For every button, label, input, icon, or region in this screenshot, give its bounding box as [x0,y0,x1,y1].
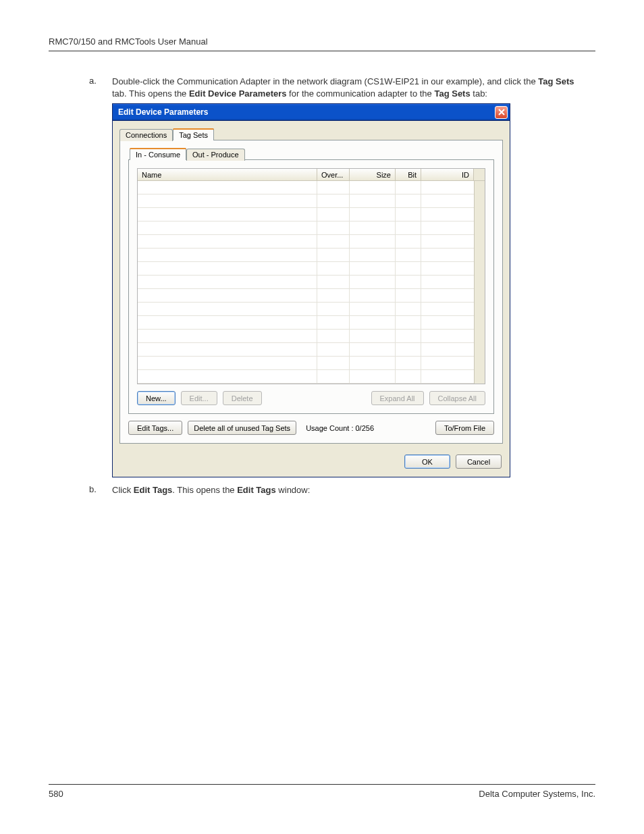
page-number: 580 [49,789,63,799]
step-a: a. Double-click the Communication Adapte… [89,76,589,99]
close-icon[interactable] [495,106,508,119]
col-size[interactable]: Size [350,169,396,180]
expand-all-button[interactable]: Expand All [371,391,424,405]
dialog-title: Edit Device Parameters [118,107,208,117]
tab-out-produce[interactable]: Out - Produce [186,149,244,161]
dialog-titlebar[interactable]: Edit Device Parameters [113,104,510,121]
table-row [138,370,474,384]
grid-vscrollbar[interactable] [474,181,485,384]
table-row [138,262,474,276]
step-a-b3: Tag Sets [434,88,470,99]
table-row [138,316,474,330]
tab-connections[interactable]: Connections [119,129,173,141]
step-a-t3: for the communication adapter to the [286,88,434,99]
table-row [138,289,474,303]
tab-in-consume[interactable]: In - Consume [130,148,186,160]
collapse-all-button[interactable]: Collapse All [429,391,485,405]
footer-rule [49,784,595,785]
col-id[interactable]: ID [421,169,474,180]
dialog-footer-buttons: OK Cancel [113,448,510,477]
step-b-b1: Edit Tags [134,485,173,495]
table-row [138,194,474,208]
in-consume-panel: Name Over... Size Bit ID [128,159,494,414]
table-row [138,343,474,357]
cancel-button[interactable]: Cancel [456,454,502,469]
edit-tags-button[interactable]: Edit Tags... [128,421,182,435]
step-a-marker: a. [89,76,112,99]
to-from-file-button[interactable]: To/From File [435,421,494,435]
page-footer: 580 Delta Computer Systems, Inc. [49,784,595,799]
step-a-text: Double-click the Communication Adapter i… [112,76,589,99]
delete-unused-button[interactable]: Delete all of unused Tag Sets [188,421,296,435]
col-scroll-corner [474,169,485,180]
tagset-grid[interactable]: Name Over... Size Bit ID [137,168,485,384]
step-b-b2: Edit Tags [237,485,276,495]
step-a-b2: Edit Device Parameters [189,88,287,99]
tag-sets-tabpanel: In - Consume Out - Produce Name Over... … [119,140,503,444]
delete-button[interactable]: Delete [223,391,262,405]
outer-tabstrip: Connections Tag Sets [119,128,503,140]
header-rule [49,51,595,51]
footer-company: Delta Computer Systems, Inc. [479,789,595,799]
step-b-marker: b. [89,484,112,496]
step-a-t4: tab: [471,88,487,99]
table-row [138,357,474,370]
step-b-t2: . This opens the [172,485,237,495]
col-name[interactable]: Name [138,169,317,180]
step-b-t3: window: [276,485,311,495]
step-a-t2: tab. This opens the [112,88,189,99]
step-b-text: Click Edit Tags. This opens the Edit Tag… [112,484,310,496]
usage-count-label: Usage Count : 0/256 [306,424,374,432]
step-a-b1: Tag Sets [538,76,574,86]
table-row [138,181,474,194]
edit-button[interactable]: Edit... [181,391,217,405]
table-row [138,221,474,235]
new-button[interactable]: New... [137,391,176,405]
step-a-t1: Double-click the Communication Adapter i… [112,76,538,86]
step-b-t1: Click [112,485,134,495]
table-row [138,235,474,249]
col-over[interactable]: Over... [317,169,350,180]
ok-button[interactable]: OK [404,454,450,469]
edit-device-parameters-dialog: Edit Device Parameters Connections Tag S… [112,103,510,477]
table-row [138,330,474,343]
inner-tabstrip: In - Consume Out - Produce [130,148,494,160]
col-bit[interactable]: Bit [396,169,421,180]
step-b: b. Click Edit Tags. This opens the Edit … [89,484,589,496]
grid-button-row: New... Edit... Delete Expand All Collaps… [137,391,485,405]
tab-tag-sets[interactable]: Tag Sets [173,128,214,140]
grid-rows [138,181,474,384]
table-row [138,249,474,262]
table-row [138,208,474,221]
grid-header: Name Over... Size Bit ID [138,169,485,181]
tagset-button-row: Edit Tags... Delete all of unused Tag Se… [128,421,494,435]
page-header: RMC70/150 and RMCTools User Manual [49,36,595,51]
table-row [138,276,474,289]
table-row [138,303,474,316]
